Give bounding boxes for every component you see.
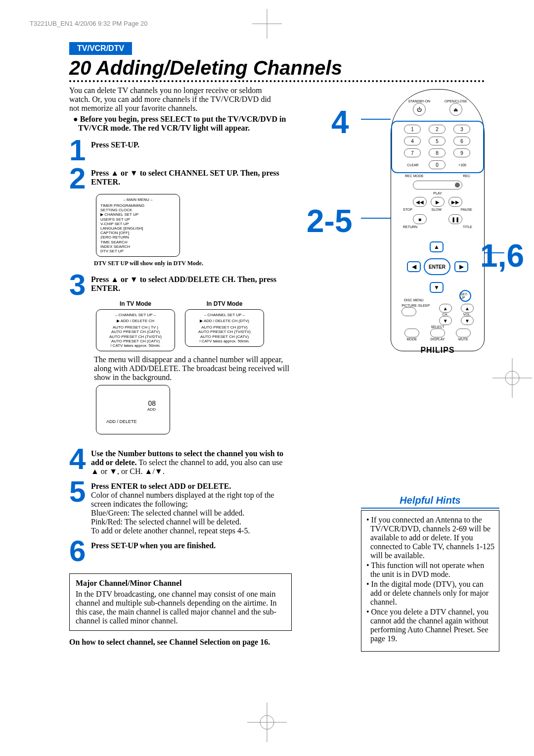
display-button[interactable] <box>430 329 445 337</box>
menu-item: INDEX SEARCH <box>100 244 176 249</box>
menu-item: AUTO PRESET CH (TV/DTV) <box>100 334 171 339</box>
mute-button[interactable] <box>456 329 471 337</box>
menu-item: AUTO PRESET CH (TV/DTV) <box>189 330 260 334</box>
num-6-button[interactable]: 6 <box>453 137 470 145</box>
menu-item: CAPTION [OFF] <box>100 231 176 235</box>
num-4-button[interactable]: 4 <box>404 137 421 145</box>
select-label: SELECT <box>391 325 484 329</box>
right-arrow-button[interactable]: ▶ <box>454 261 468 272</box>
registration-mark-icon <box>252 9 282 39</box>
dtv-channel-menu: – CHANNEL SET UP – ▶ ADD / DELETE CH (DT… <box>185 309 264 347</box>
stop-button[interactable]: ■ <box>413 214 427 224</box>
menu-item: SETTING CLOCK <box>100 208 176 212</box>
num-1-button[interactable]: 1 <box>404 125 421 134</box>
section-tab: TV/VCR/DTV <box>69 42 132 55</box>
registration-mark-icon <box>492 358 532 398</box>
menu-item: AUTO PRESET CH (CATV) <box>100 330 171 334</box>
step-6-text: Press SET-UP when you are finished. <box>91 541 216 550</box>
num-7-button[interactable]: 7 <box>404 148 421 157</box>
rec-label: REC <box>463 174 470 178</box>
channel-number: 08 <box>148 399 156 407</box>
major-minor-title: Major Channel/Minor Channel <box>76 579 285 588</box>
step-5-number: 5 <box>69 479 91 504</box>
fastfwd-button[interactable]: ▶▶ <box>448 197 462 207</box>
menu-item: AUTO PRESET CH (CATV) <box>100 339 171 343</box>
menu-item: AUTO PRESET CH ( TV ) <box>100 325 171 330</box>
num-8-button[interactable]: 8 <box>429 148 445 157</box>
menu-item: V-CHIP SET UP <box>100 222 176 226</box>
stop-label: STOP <box>403 208 412 211</box>
display-label: DISPLAY <box>430 337 445 341</box>
slow-label: SLOW <box>432 208 442 211</box>
left-arrow-button[interactable]: ◀ <box>407 261 421 272</box>
callout-line <box>361 218 391 219</box>
rewind-button[interactable]: ◀◀ <box>413 197 427 207</box>
step-4-number: 4 <box>69 446 91 472</box>
standby-button[interactable]: ⏻ <box>413 103 426 116</box>
pause-button[interactable]: ❚❚ <box>448 214 462 224</box>
callout-2-5: 2-5 <box>307 203 353 239</box>
ch-up-button[interactable]: ▲ <box>439 304 452 313</box>
menu-item: LANGUAGE [ENGLISH] <box>100 226 176 231</box>
disc-menu-label: DISC MENU <box>404 298 423 302</box>
vol-up-button[interactable]: ▲ <box>461 304 474 313</box>
menu-item: ! CATV takes approx. 50min. <box>100 343 171 348</box>
step-5-line: Blue/Green: The selected channel will be… <box>91 509 244 517</box>
pre-note: ● Before you begin, press SELECT to put … <box>69 115 287 133</box>
step-3-text: Press ▲ or ▼ to select ADD/DELETE CH. Th… <box>91 275 276 292</box>
menu-item: AUTO PRESET CH (CATV) <box>189 334 260 339</box>
ch-down-button[interactable]: ▼ <box>439 316 452 325</box>
channel-add-label: ADD <box>147 407 156 412</box>
title-label: TITLE <box>463 225 472 229</box>
enter-button[interactable]: ENTER <box>424 258 450 275</box>
menu-item: AUTO PRESET CH (DTV) <box>189 325 260 330</box>
disappear-paragraph: The menu will disappear and a channel nu… <box>94 355 292 382</box>
menu-item: TIMER PROGRAMMING <box>100 203 176 208</box>
step-5-line: To add or delete another channel, repeat… <box>91 526 250 535</box>
brand-logo: PHILIPS <box>391 346 484 355</box>
menu-item: ▶ ADD / DELETE CH <box>100 319 171 323</box>
num-9-button[interactable]: 9 <box>453 148 470 157</box>
step-2-text: Press ▲ or ▼ to select CHANNEL SET UP. T… <box>91 169 279 186</box>
remote-diagram: STANDBY-ON⏻ OPEN/CLOSE⏏ 1 2 3 4 5 6 7 8 … <box>371 89 499 351</box>
recmode-label: REC MODE <box>405 174 424 178</box>
menu-item: ▶ ADD / DELETE CH (DTV) <box>189 319 260 323</box>
dpad: ▲ ◀ ENTER ▶ ▼ DISC MENU SET-UP <box>403 233 472 302</box>
callout-line <box>485 252 504 253</box>
return-label: RETURN <box>403 225 417 229</box>
setup-button[interactable]: SET-UP <box>459 290 471 302</box>
main-menu-box: – MAIN MENU – TIMER PROGRAMMING SETTING … <box>96 194 180 257</box>
mode-button[interactable] <box>404 329 419 337</box>
hint-item: In the digital mode (DTV), you can add o… <box>370 580 495 607</box>
main-menu-title: – MAIN MENU – <box>100 197 176 202</box>
up-arrow-button[interactable]: ▲ <box>430 241 444 252</box>
menu-item: DTV SET UP <box>100 249 176 253</box>
menu-item: ▶ CHANNEL SET UP <box>100 212 176 217</box>
rec-button[interactable] <box>413 181 462 189</box>
step-5-line: Color of channel numbers displayed at th… <box>91 491 274 508</box>
open-close-button[interactable]: ⏏ <box>449 103 462 116</box>
step-3-number: 3 <box>69 272 91 297</box>
open-close-label: OPEN/CLOSE <box>445 99 467 103</box>
channel-adddelete-label: ADD / DELETE <box>106 419 137 424</box>
channel-preview-box: 08 ADD ADD / DELETE <box>96 385 170 434</box>
dtv-mode-label: In DTV Mode <box>185 300 264 307</box>
num-3-button[interactable]: 3 <box>453 125 470 134</box>
callout-4: 4 <box>331 104 349 141</box>
step-5-bold: Press ENTER to select ADD or DELETE. <box>91 482 231 490</box>
num-0-button[interactable]: 0 <box>429 160 445 169</box>
num-2-button[interactable]: 2 <box>429 125 445 134</box>
clear-label: CLEAR <box>404 163 422 167</box>
helpful-hints: Helpful Hints If you connected an Antenn… <box>361 495 499 652</box>
dtv-menu-title: – CHANNEL SET UP – <box>189 313 260 317</box>
play-button[interactable]: ▶ <box>431 197 445 207</box>
down-arrow-button[interactable]: ▼ <box>430 282 444 293</box>
mode-label: MODE <box>407 337 417 341</box>
step-5-line: Pink/Red: The selected channel will be d… <box>91 518 241 526</box>
play-label: PLAY <box>391 191 484 195</box>
step-4: 4 Use the Number buttons to select the c… <box>69 446 504 476</box>
step-2-number: 2 <box>69 166 91 191</box>
num-5-button[interactable]: 5 <box>429 137 445 145</box>
vol-down-button[interactable]: ▼ <box>461 316 474 325</box>
picture-button[interactable] <box>401 307 416 316</box>
